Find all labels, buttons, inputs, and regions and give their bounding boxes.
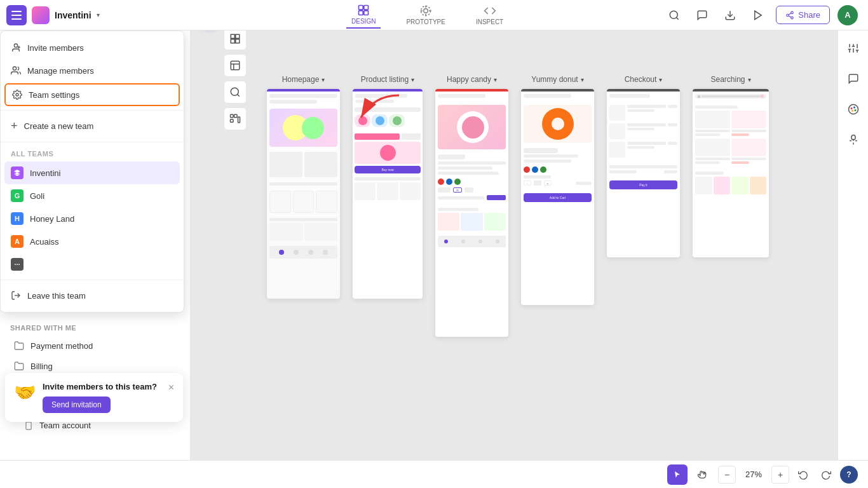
app-logo: [32, 6, 50, 24]
components-button[interactable]: [224, 30, 247, 50]
team-item-inventini[interactable]: Inventini: [4, 161, 180, 184]
tab-prototype[interactable]: PROTOTYPE: [401, 2, 451, 28]
manage-members-label: Manage members: [27, 66, 94, 76]
comment-sidebar-button[interactable]: [843, 69, 864, 89]
hand-tool-button[interactable]: [693, 464, 713, 485]
svg-point-4: [424, 9, 428, 13]
team-account-label: Team account: [39, 421, 91, 430]
frame-checkout[interactable]: Checkout ▾: [607, 75, 680, 257]
toast-close-button[interactable]: ×: [168, 382, 174, 393]
design-settings-button[interactable]: [843, 38, 864, 58]
menu-button[interactable]: [6, 5, 27, 25]
ai-button[interactable]: [843, 130, 864, 150]
team-settings-item[interactable]: Team settings: [4, 83, 180, 106]
svg-rect-26: [236, 39, 240, 43]
topbar-right: Share A: [664, 5, 868, 25]
svg-rect-24: [236, 34, 240, 38]
svg-line-13: [789, 15, 791, 17]
layers-button[interactable]: [224, 54, 247, 77]
toast-notification: 🤝 Invite members to this team? Send invi…: [5, 373, 183, 422]
svg-point-11: [787, 14, 789, 17]
people-icon: [11, 65, 21, 76]
frame-happy-candy-preview: M: [435, 89, 508, 337]
tab-prototype-label: PROTOTYPE: [406, 18, 445, 25]
avatar[interactable]: A: [837, 5, 858, 25]
shared-with-me-label: SHARED WITH ME: [0, 316, 190, 336]
manage-members-item[interactable]: Manage members: [1, 59, 184, 82]
frame-checkout-preview: Pay it: [607, 89, 680, 257]
svg-point-50: [851, 110, 853, 112]
frame-product-listing[interactable]: Product listing ▾: [353, 75, 423, 299]
frame-searching-preview: [693, 89, 769, 257]
divider-3: [1, 280, 184, 280]
zoom-level: 27%: [741, 470, 766, 479]
frame-happy-candy[interactable]: Happy candy ▾: [435, 75, 508, 337]
frame-product-listing-label: Product listing ▾: [361, 75, 414, 84]
main-area: TEAM P... Invite members Manage members …: [0, 30, 868, 460]
chevron-down-icon[interactable]: ▾: [97, 11, 100, 18]
share-label: Share: [798, 10, 820, 20]
comment-button[interactable]: [692, 5, 712, 25]
play-button[interactable]: [748, 5, 768, 25]
frame-checkout-label: Checkout ▾: [625, 75, 663, 84]
redo-button[interactable]: [817, 466, 835, 484]
frame-yummy-donut[interactable]: Yummy donut ▾: [521, 75, 594, 305]
team-label-goli: Goli: [30, 191, 44, 201]
share-button[interactable]: Share: [776, 6, 830, 24]
zoom-out-button[interactable]: −: [718, 466, 736, 484]
frame-happy-candy-label: Happy candy ▾: [447, 75, 497, 84]
svg-rect-27: [231, 61, 240, 70]
svg-point-12: [791, 17, 794, 19]
search-button[interactable]: [664, 5, 684, 25]
topbar-center: DESIGN PROTOTYPE INSPECT: [191, 1, 664, 29]
svg-line-31: [237, 94, 239, 96]
zoom-in-button[interactable]: +: [771, 466, 789, 484]
team-item-more[interactable]: ···: [1, 253, 184, 276]
topbar-left: Inventini ▾: [0, 5, 191, 25]
undo-button[interactable]: [794, 466, 812, 484]
invite-members-label: Invite members: [27, 43, 84, 53]
color-palette-button[interactable]: [843, 99, 864, 119]
svg-rect-3: [364, 11, 369, 15]
team-logo-honey-land: H: [11, 212, 24, 225]
tab-inspect-label: INSPECT: [476, 18, 503, 25]
assets-button[interactable]: [224, 107, 247, 130]
tab-inspect[interactable]: INSPECT: [471, 2, 508, 28]
frame-homepage[interactable]: Homepage ▾: [267, 75, 340, 299]
folder-icon-billing: [14, 361, 24, 371]
team-settings-label: Team settings: [29, 90, 79, 100]
team-logo-more: ···: [11, 258, 24, 271]
frame-yummy-donut-label: Yummy donut ▾: [531, 75, 583, 84]
sidebar-item-payment-method[interactable]: Payment method: [4, 336, 186, 356]
svg-point-47: [850, 107, 852, 109]
team-item-honey-land[interactable]: H Honey Land: [1, 207, 184, 230]
team-item-acuaiss[interactable]: A Acuaiss: [1, 230, 184, 253]
help-button[interactable]: ?: [840, 466, 858, 484]
frame-searching[interactable]: Searching ▾: [693, 75, 769, 257]
team-label-honey-land: Honey Land: [30, 214, 74, 224]
sidebar: TEAM P... Invite members Manage members …: [0, 30, 191, 460]
send-invitation-button[interactable]: Send invitation: [43, 396, 111, 413]
payment-method-label: Payment method: [31, 341, 93, 351]
app-name: Inventini: [55, 10, 92, 20]
create-new-team-item[interactable]: + Create a new team: [1, 114, 184, 138]
plus-icon: +: [11, 119, 18, 133]
download-button[interactable]: [720, 5, 740, 25]
divider-1: [1, 110, 184, 111]
right-panel: [837, 30, 868, 460]
frame-product-listing-preview: Buy now: [353, 89, 423, 299]
svg-point-6: [670, 11, 678, 18]
search-canvas-button[interactable]: [224, 81, 247, 104]
left-tool-panel: [224, 30, 247, 130]
frame-yummy-donut-preview: - + Add to Cart: [521, 89, 594, 305]
svg-rect-25: [231, 39, 234, 43]
team-item-goli[interactable]: G Goli: [1, 184, 184, 207]
cursor-tool-button[interactable]: [667, 464, 688, 485]
tab-design[interactable]: DESIGN: [346, 1, 381, 29]
svg-rect-34: [234, 114, 238, 118]
invite-members-item[interactable]: Invite members: [1, 36, 184, 59]
team-logo-goli: G: [11, 189, 24, 202]
folder-icon: [14, 341, 24, 351]
team-label-acuaiss: Acuaiss: [30, 237, 59, 247]
leave-team-item[interactable]: Leave this team: [1, 284, 184, 307]
